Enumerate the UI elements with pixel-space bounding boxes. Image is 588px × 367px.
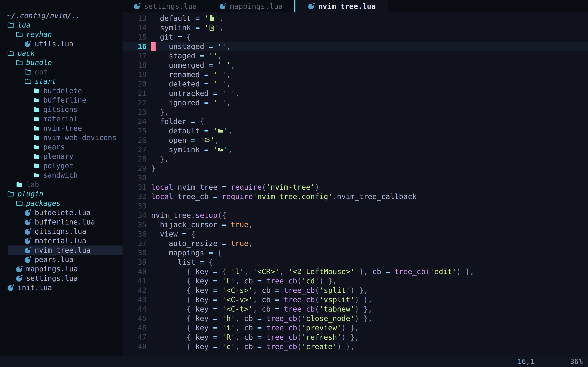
code-text: symlink = '', bbox=[151, 24, 224, 32]
code-line-13[interactable]: 13 default = '', bbox=[122, 13, 588, 23]
line-number: 44 bbox=[122, 305, 151, 313]
line-number: 30 bbox=[122, 174, 151, 182]
code-line-35[interactable]: 35 hijack_cursor = true, bbox=[122, 220, 588, 229]
code-line-47[interactable]: 47 { key = 'R', cb = tree_cb('refresh') … bbox=[122, 332, 588, 342]
code-line-38[interactable]: 38 mappings = { bbox=[122, 248, 588, 257]
code-text: local tree_cb = require'nvim-tree.config… bbox=[151, 192, 416, 201]
tree-item-nvim_tree.lua[interactable]: nvim_tree.lua bbox=[0, 245, 122, 255]
code-line-30[interactable]: 30 bbox=[122, 173, 588, 182]
code-line-21[interactable]: 21 untracked = ' ', bbox=[122, 89, 588, 98]
tree-item-mappings.lua[interactable]: mappings.lua bbox=[0, 264, 122, 274]
tree-item-polygot[interactable]: polygot bbox=[0, 161, 122, 170]
code-line-17[interactable]: 17 staged = '', bbox=[122, 51, 588, 60]
tree-item-lab[interactable]: lab bbox=[0, 180, 122, 189]
folder-solid-icon bbox=[33, 134, 40, 142]
tree-item-pears[interactable]: pears bbox=[0, 142, 122, 152]
tree-item-plugin[interactable]: plugin bbox=[0, 189, 122, 199]
tree-item-init.lua[interactable]: init.lua bbox=[0, 283, 122, 292]
code-text: open = '', bbox=[151, 136, 219, 144]
code-line-14[interactable]: 14 symlink = '', bbox=[122, 23, 588, 32]
tree-item-lua[interactable]: lua bbox=[0, 20, 122, 30]
code-line-41[interactable]: 41 { key = 'L', cb = tree_cb('cd') }, bbox=[122, 276, 588, 285]
tree-item-start[interactable]: start bbox=[0, 77, 122, 86]
code-line-37[interactable]: 37 auto_resize = true, bbox=[122, 239, 588, 248]
tree-item-material[interactable]: material bbox=[0, 114, 122, 124]
code-line-31[interactable]: 31local nvim_tree = require('nvim-tree') bbox=[122, 182, 588, 192]
tree-item-.confignvim..[interactable]: ~/.config/nvim/.. bbox=[0, 11, 122, 20]
folder-solid-icon bbox=[33, 162, 40, 170]
tab-label: nvim_tree.lua bbox=[318, 2, 376, 10]
tree-item-nvim-web-devicons[interactable]: nvim-web-devicons bbox=[0, 133, 122, 142]
tree-item-label: material.lua bbox=[35, 237, 86, 245]
tab-settings.lua[interactable]: settings.lua bbox=[122, 0, 208, 12]
tree-item-gitsigns.lua[interactable]: gitsigns.lua bbox=[0, 227, 122, 236]
tree-item-label: plenary bbox=[43, 152, 73, 160]
code-line-29[interactable]: 29} bbox=[122, 164, 588, 173]
tree-item-label: lua bbox=[17, 21, 30, 29]
tree-item-pears.lua[interactable]: pears.lua bbox=[0, 255, 122, 264]
tab-bar: settings.luamappings.luanvim_tree.lua bbox=[122, 0, 588, 12]
tree-item-pack[interactable]: pack bbox=[0, 49, 122, 58]
code-line-22[interactable]: 22 ignored = ' ', bbox=[122, 98, 588, 107]
code-line-42[interactable]: 42 { key = '<C-s>', cb = tree_cb('split'… bbox=[122, 285, 588, 295]
code-line-45[interactable]: 45 { key = 'h', cb = tree_cb('close_node… bbox=[122, 314, 588, 323]
code-line-32[interactable]: 32local tree_cb = require'nvim-tree.conf… bbox=[122, 192, 588, 201]
code-line-20[interactable]: 20 deleted = ' ', bbox=[122, 79, 588, 89]
code-line-16[interactable]: 16 unstaged = '', bbox=[122, 42, 588, 51]
tree-item-utils.lua[interactable]: utils.lua bbox=[0, 39, 122, 49]
code-line-34[interactable]: 34nvim_tree.setup({ bbox=[122, 210, 588, 220]
tree-item-label: lab bbox=[26, 180, 39, 189]
line-number: 32 bbox=[122, 192, 151, 201]
folder-solid-icon bbox=[33, 106, 40, 113]
code-line-40[interactable]: 40 { key = { 'l', '<CR>', '<2-LeftMouse>… bbox=[122, 267, 588, 276]
tree-item-label: bufferline bbox=[43, 96, 86, 104]
lua-icon bbox=[24, 40, 32, 48]
code-text: deleted = ' ', bbox=[151, 80, 231, 88]
tree-item-bufferline[interactable]: bufferline bbox=[0, 95, 122, 105]
code-line-24[interactable]: 24 folder = { bbox=[122, 117, 588, 126]
tree-item-bufferline.lua[interactable]: bufferline.lua bbox=[0, 217, 122, 227]
tree-item-reyhan[interactable]: reyhan bbox=[0, 30, 122, 39]
tree-item-bufdelete[interactable]: bufdelete bbox=[0, 86, 122, 95]
code-text: staged = '', bbox=[151, 52, 222, 60]
line-number: 29 bbox=[122, 164, 151, 173]
editor-buffer[interactable]: 13 default = '',14 symlink = '',15 git =… bbox=[122, 12, 588, 356]
line-number: 21 bbox=[122, 89, 151, 98]
code-line-33[interactable]: 33 bbox=[122, 201, 588, 210]
tree-item-sandwich[interactable]: sandwich bbox=[0, 170, 122, 180]
tree-item-settings.lua[interactable]: settings.lua bbox=[0, 274, 122, 283]
tree-item-bundle[interactable]: bundle bbox=[0, 58, 122, 67]
code-line-36[interactable]: 36 view = { bbox=[122, 229, 588, 239]
code-line-26[interactable]: 26 open = '', bbox=[122, 135, 588, 145]
cursor-position: 16,1 bbox=[518, 358, 534, 366]
folder-open-icon bbox=[204, 137, 210, 144]
tree-item-plenary[interactable]: plenary bbox=[0, 152, 122, 161]
tree-item-label: init.lua bbox=[17, 284, 52, 292]
code-line-44[interactable]: 44 { key = '<C-t>', cb = tree_cb('tabnew… bbox=[122, 304, 588, 314]
code-line-39[interactable]: 39 list = { bbox=[122, 257, 588, 267]
code-text: { key = '<C-t>', cb = tree_cb('tabnew') … bbox=[151, 305, 372, 313]
tab-nvim_tree.lua[interactable]: nvim_tree.lua bbox=[294, 0, 388, 12]
tree-item-opt[interactable]: opt bbox=[0, 67, 122, 77]
line-number: 23 bbox=[122, 108, 151, 116]
code-line-48[interactable]: 48 { key = 'c', cb = tree_cb('create') }… bbox=[122, 342, 588, 351]
tree-item-gitsigns[interactable]: gitsigns bbox=[0, 105, 122, 114]
code-line-23[interactable]: 23 }, bbox=[122, 107, 588, 117]
code-line-43[interactable]: 43 { key = '<C-v>', cb = tree_cb('vsplit… bbox=[122, 295, 588, 304]
code-line-27[interactable]: 27 symlink = '', bbox=[122, 145, 588, 154]
tree-item-nvim-tree[interactable]: nvim-tree bbox=[0, 124, 122, 133]
line-number: 48 bbox=[122, 342, 151, 351]
code-line-18[interactable]: 18 unmerged = ' ', bbox=[122, 60, 588, 70]
code-line-28[interactable]: 28 }, bbox=[122, 154, 588, 164]
line-number: 16 bbox=[122, 42, 151, 50]
tab-mappings.lua[interactable]: mappings.lua bbox=[208, 0, 294, 12]
code-line-46[interactable]: 46 { key = 'i', cb = tree_cb('preview') … bbox=[122, 323, 588, 332]
code-line-15[interactable]: 15 git = { bbox=[122, 32, 588, 42]
folder-solid-icon bbox=[33, 124, 40, 132]
code-line-19[interactable]: 19 renamed = ' ', bbox=[122, 70, 588, 79]
tree-item-packages[interactable]: packages bbox=[0, 199, 122, 208]
tree-item-material.lua[interactable]: material.lua bbox=[0, 236, 122, 245]
code-line-25[interactable]: 25 default = '', bbox=[122, 126, 588, 135]
tree-item-bufdelete.lua[interactable]: bufdelete.lua bbox=[0, 208, 122, 217]
folder-symlink-icon bbox=[217, 146, 224, 153]
